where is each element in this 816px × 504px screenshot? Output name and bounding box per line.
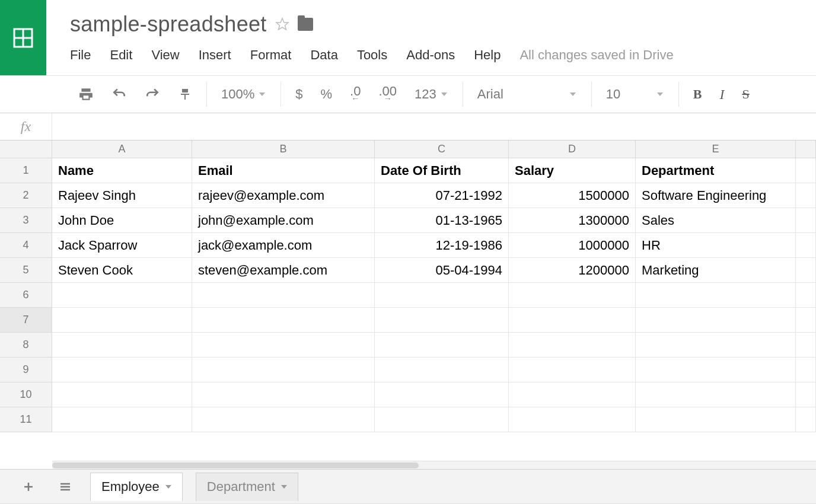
col-header-b[interactable]: B (192, 141, 375, 158)
cell[interactable] (796, 382, 816, 407)
cell[interactable]: Salary (509, 158, 636, 183)
cell[interactable] (192, 382, 375, 407)
cell[interactable] (796, 233, 816, 258)
cell[interactable]: Steven Cook (52, 258, 192, 283)
row-header[interactable]: 7 (0, 308, 52, 333)
cell[interactable]: 1500000 (509, 183, 636, 208)
cell[interactable] (636, 358, 796, 382)
cell[interactable] (509, 358, 636, 382)
col-header-extra[interactable] (796, 141, 816, 158)
cell[interactable]: Date Of Birth (375, 158, 509, 183)
menu-addons[interactable]: Add-ons (406, 47, 455, 63)
cell[interactable] (796, 158, 816, 183)
cell[interactable]: Software Engineering (636, 183, 796, 208)
row-header[interactable]: 9 (0, 358, 52, 382)
cell[interactable] (636, 333, 796, 358)
cell[interactable] (375, 283, 509, 308)
add-sheet-button[interactable] (17, 475, 40, 499)
cell[interactable]: 1300000 (509, 208, 636, 233)
number-format-dropdown[interactable]: 123 (411, 81, 452, 107)
paint-format-icon[interactable] (174, 81, 196, 107)
col-header-d[interactable]: D (509, 141, 636, 158)
font-size-dropdown[interactable]: 10 (603, 81, 668, 107)
sheets-logo[interactable] (0, 0, 46, 75)
cell[interactable] (636, 382, 796, 407)
cell[interactable] (192, 333, 375, 358)
move-folder-icon[interactable] (298, 18, 313, 31)
menu-file[interactable]: File (70, 47, 91, 63)
cell[interactable]: rajeev@example.com (192, 183, 375, 208)
row-header[interactable]: 10 (0, 382, 52, 407)
cell[interactable]: Department (636, 158, 796, 183)
cell[interactable] (375, 333, 509, 358)
cell[interactable] (375, 382, 509, 407)
print-icon[interactable] (75, 81, 97, 107)
col-header-c[interactable]: C (375, 141, 509, 158)
font-dropdown[interactable]: Arial (474, 81, 581, 107)
cell[interactable]: 12-19-1986 (375, 233, 509, 258)
menu-help[interactable]: Help (474, 47, 501, 63)
cell[interactable] (192, 407, 375, 432)
cell[interactable] (636, 283, 796, 308)
row-header[interactable]: 3 (0, 208, 52, 233)
row-header[interactable]: 4 (0, 233, 52, 258)
row-header[interactable]: 6 (0, 283, 52, 308)
cell[interactable] (52, 407, 192, 432)
row-header[interactable]: 5 (0, 258, 52, 283)
cell[interactable]: Name (52, 158, 192, 183)
cell[interactable] (796, 407, 816, 432)
cell[interactable] (192, 283, 375, 308)
cell[interactable]: jack@example.com (192, 233, 375, 258)
cell[interactable]: Email (192, 158, 375, 183)
cell[interactable] (636, 308, 796, 333)
cell[interactable] (796, 308, 816, 333)
cell[interactable] (636, 407, 796, 432)
cell[interactable] (192, 358, 375, 382)
cell[interactable] (796, 183, 816, 208)
col-header-e[interactable]: E (636, 141, 796, 158)
currency-button[interactable]: $ (292, 81, 306, 107)
cell[interactable] (509, 283, 636, 308)
cell[interactable] (796, 283, 816, 308)
decrease-decimal-button[interactable]: .0 ← (346, 81, 364, 107)
cell[interactable]: Marketing (636, 258, 796, 283)
cell[interactable]: 05-04-1994 (375, 258, 509, 283)
cell[interactable] (509, 308, 636, 333)
menu-view[interactable]: View (151, 47, 179, 63)
cell[interactable] (796, 358, 816, 382)
star-icon[interactable] (275, 17, 289, 31)
cell[interactable]: john@example.com (192, 208, 375, 233)
menu-insert[interactable]: Insert (199, 47, 231, 63)
percent-button[interactable]: % (317, 81, 336, 107)
menu-data[interactable]: Data (310, 47, 337, 63)
redo-icon[interactable] (141, 81, 164, 107)
italic-button[interactable]: I (716, 81, 728, 107)
cell[interactable] (796, 208, 816, 233)
increase-decimal-button[interactable]: .00 → (375, 81, 400, 107)
scrollbar-thumb[interactable] (52, 462, 419, 468)
cell[interactable]: 01-13-1965 (375, 208, 509, 233)
row-header[interactable]: 2 (0, 183, 52, 208)
cell[interactable] (509, 333, 636, 358)
document-title[interactable]: sample-spreadsheet (70, 12, 267, 37)
horizontal-scrollbar[interactable] (52, 461, 816, 469)
undo-icon[interactable] (108, 81, 130, 107)
cell[interactable] (796, 333, 816, 358)
cell[interactable] (375, 308, 509, 333)
cell[interactable]: Rajeev Singh (52, 183, 192, 208)
cell[interactable] (52, 358, 192, 382)
menu-edit[interactable]: Edit (110, 47, 132, 63)
strike-button[interactable]: S (738, 81, 753, 107)
cell[interactable] (192, 308, 375, 333)
menu-format[interactable]: Format (250, 47, 292, 63)
row-header[interactable]: 1 (0, 158, 52, 183)
cell[interactable] (375, 407, 509, 432)
cell[interactable] (509, 407, 636, 432)
cell[interactable]: 1200000 (509, 258, 636, 283)
cell[interactable]: 07-21-1992 (375, 183, 509, 208)
cell[interactable]: 1000000 (509, 233, 636, 258)
row-header[interactable]: 11 (0, 407, 52, 432)
menu-tools[interactable]: Tools (357, 47, 387, 63)
sheet-tab-department[interactable]: Department (196, 473, 298, 501)
col-header-a[interactable]: A (52, 141, 192, 158)
